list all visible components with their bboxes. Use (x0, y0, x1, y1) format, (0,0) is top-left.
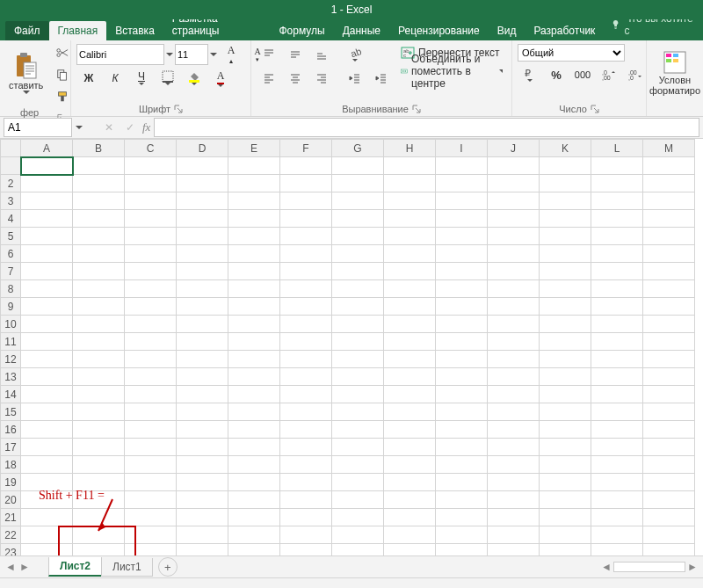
cell[interactable] (540, 263, 591, 280)
cell[interactable] (73, 192, 125, 210)
cell[interactable] (280, 439, 332, 456)
cell[interactable] (591, 263, 643, 280)
cell[interactable] (21, 263, 73, 280)
cell[interactable] (125, 474, 177, 491)
cell[interactable] (488, 333, 540, 351)
cell[interactable] (591, 403, 643, 421)
conditional-formatting-button[interactable]: Условн форматиро (652, 42, 698, 104)
cell[interactable] (280, 474, 332, 491)
cell[interactable] (332, 386, 384, 403)
cell[interactable] (643, 298, 695, 316)
cell[interactable] (384, 175, 436, 192)
cell[interactable] (488, 403, 540, 421)
cell[interactable] (384, 456, 436, 474)
tab-review[interactable]: Рецензирование (389, 21, 489, 40)
cell[interactable] (332, 544, 384, 556)
cell[interactable] (643, 509, 695, 526)
paste-button[interactable]: ставить (5, 42, 47, 104)
row-header[interactable]: 4 (1, 210, 21, 228)
cell[interactable] (643, 386, 695, 403)
cell[interactable] (591, 474, 643, 491)
cell[interactable] (73, 157, 125, 175)
cell[interactable] (73, 386, 125, 403)
fill-color-button[interactable] (182, 68, 207, 89)
cell[interactable] (73, 280, 125, 298)
cell[interactable] (332, 456, 384, 474)
cell[interactable] (332, 474, 384, 491)
row-header[interactable]: 17 (1, 439, 21, 456)
row-header[interactable]: 3 (1, 192, 21, 210)
cell[interactable] (73, 439, 125, 456)
cell[interactable] (21, 491, 73, 509)
cell[interactable] (280, 421, 332, 439)
cell[interactable] (436, 210, 488, 228)
sheet-nav-next[interactable]: ► (18, 560, 32, 574)
cell[interactable] (332, 228, 384, 245)
cell[interactable] (125, 210, 177, 228)
cell[interactable] (591, 228, 643, 245)
cell[interactable] (228, 439, 280, 456)
cell[interactable] (21, 175, 73, 192)
cell[interactable] (540, 351, 591, 368)
cell[interactable] (21, 351, 73, 368)
row-header[interactable]: 2 (1, 175, 21, 192)
cell[interactable] (436, 175, 488, 192)
cell[interactable] (125, 228, 177, 245)
cell[interactable] (228, 351, 280, 368)
cell[interactable] (540, 544, 591, 556)
cell[interactable] (73, 456, 125, 474)
confirm-formula-button[interactable]: ✓ (121, 119, 139, 136)
cell[interactable] (540, 175, 591, 192)
row-header[interactable]: 21 (1, 509, 21, 526)
cell[interactable] (488, 421, 540, 439)
cell[interactable] (228, 456, 280, 474)
cell[interactable] (21, 316, 73, 333)
cell[interactable] (228, 316, 280, 333)
cell[interactable] (280, 368, 332, 386)
cell[interactable] (436, 386, 488, 403)
cell[interactable] (591, 526, 643, 544)
cell[interactable] (332, 351, 384, 368)
cell[interactable] (21, 544, 73, 556)
tab-file[interactable]: Файл (5, 21, 49, 40)
cell[interactable] (540, 526, 591, 544)
cell[interactable] (177, 333, 228, 351)
cell[interactable] (228, 544, 280, 556)
cell[interactable] (280, 263, 332, 280)
cell[interactable] (332, 280, 384, 298)
tab-insert[interactable]: Вставка (106, 21, 163, 40)
cell[interactable] (73, 298, 125, 316)
cell[interactable] (125, 403, 177, 421)
cell[interactable] (591, 544, 643, 556)
cell[interactable] (540, 509, 591, 526)
row-header[interactable] (1, 157, 21, 175)
cell[interactable] (177, 368, 228, 386)
cell[interactable] (177, 192, 228, 210)
column-header[interactable]: I (436, 140, 488, 157)
tab-home[interactable]: Главная (49, 21, 107, 40)
tab-developer[interactable]: Разработчик (525, 21, 604, 40)
cell[interactable] (436, 192, 488, 210)
cell[interactable] (488, 316, 540, 333)
cell[interactable] (280, 157, 332, 175)
cell[interactable] (332, 491, 384, 509)
cell[interactable] (436, 316, 488, 333)
row-header[interactable]: 15 (1, 403, 21, 421)
chevron-down-icon[interactable] (76, 120, 83, 135)
cell[interactable] (332, 245, 384, 263)
cell[interactable] (436, 403, 488, 421)
cell[interactable] (73, 421, 125, 439)
increase-indent-button[interactable] (369, 68, 394, 89)
cell[interactable] (384, 386, 436, 403)
cell[interactable] (73, 245, 125, 263)
align-center-button[interactable] (283, 68, 308, 89)
cell[interactable] (591, 491, 643, 509)
cell[interactable] (73, 175, 125, 192)
cell[interactable] (332, 333, 384, 351)
cell[interactable] (21, 228, 73, 245)
cell[interactable] (228, 474, 280, 491)
accounting-format-button[interactable]: ₽ (518, 64, 542, 85)
cell[interactable] (436, 421, 488, 439)
font-color-button[interactable]: A (208, 68, 233, 89)
cell[interactable] (125, 491, 177, 509)
